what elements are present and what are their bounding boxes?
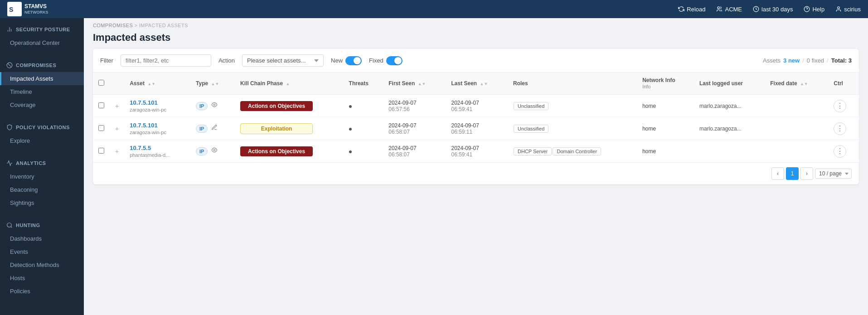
sidebar-section-title-security-posture[interactable]: SECURITY POSTURE <box>0 23 84 36</box>
next-page-button[interactable]: › <box>800 167 813 180</box>
per-page-select[interactable]: 10 / page 25 / page 50 / page <box>815 169 852 179</box>
threats-cell-0 <box>344 95 383 117</box>
first-seen-cell-1: 2024-09-0706:58:07 <box>383 117 446 140</box>
asset-link-1[interactable]: 10.7.5.101 <box>130 122 157 129</box>
select-all-checkbox[interactable] <box>98 80 104 86</box>
kill-chain-badge-1: Exploitation <box>240 123 313 134</box>
sidebar-section-compromises: COMPROMISES Impacted Assets Timeline Cov… <box>0 54 84 116</box>
logo: S STAMVS NETWORKS <box>7 2 48 16</box>
sidebar-item-sightings[interactable]: Sightings <box>0 196 84 209</box>
network-info-cell-1: home <box>637 117 694 140</box>
row-expand-1[interactable]: + <box>110 117 124 140</box>
row-select-cell <box>93 95 110 117</box>
svg-line-11 <box>8 63 11 67</box>
roles-cell-1: Unclassified <box>508 117 637 140</box>
sidebar-section-title-policy-violations[interactable]: POLICY VIOLATIONS <box>0 121 84 134</box>
threats-cell-1 <box>344 117 383 140</box>
more-button-1[interactable]: ⋮ <box>834 122 846 135</box>
fixed-date-cell-1 <box>765 117 828 140</box>
assets-label: Assets <box>763 57 781 64</box>
sidebar-item-impacted-assets[interactable]: Impacted Assets <box>0 72 84 85</box>
type-cell-0: IP <box>190 95 235 117</box>
sidebar-item-inventory[interactable]: Inventory <box>0 170 84 183</box>
prev-page-button[interactable]: ‹ <box>771 167 784 180</box>
col-asset[interactable]: Asset ▲▼ <box>124 73 190 95</box>
col-last-seen[interactable]: Last Seen ▲▼ <box>446 73 508 95</box>
network-info-cell-2: home <box>637 140 694 163</box>
table-row: + 10.7.5.5 phantasmedia-d... IP Actions … <box>93 140 859 163</box>
top-nav-actions: Reload ACME last 30 days Help scirius <box>678 6 861 13</box>
type-icon-0 <box>211 102 218 109</box>
hunting-icon <box>6 222 13 228</box>
sidebar-section-title-analytics[interactable]: ANALYTICS <box>0 156 84 170</box>
breadcrumb-parent[interactable]: COMPROMISES <box>93 23 133 28</box>
more-button-2[interactable]: ⋮ <box>834 145 846 158</box>
sidebar-item-dashboards[interactable]: Dashboards <box>0 232 84 245</box>
main-content: COMPROMISES > IMPACTED ASSETS Impacted a… <box>84 18 868 315</box>
col-roles: Roles <box>508 73 637 95</box>
svg-point-6 <box>838 7 840 9</box>
sidebar-section-title-compromises[interactable]: COMPROMISES <box>0 58 84 72</box>
table-card: Filter Action Please select assets... Ne… <box>93 49 859 184</box>
row-expand-0[interactable]: + <box>110 95 124 117</box>
asset-link-0[interactable]: 10.7.5.101 <box>130 99 157 106</box>
sidebar-section-title-hunting[interactable]: HUNTING <box>0 218 84 232</box>
reload-button[interactable]: Reload <box>678 6 705 13</box>
help-button[interactable]: Help <box>804 6 824 13</box>
action-label: Action <box>218 57 235 64</box>
asset-link-2[interactable]: 10.7.5.5 <box>130 145 151 151</box>
user-menu[interactable]: scirius <box>835 6 861 13</box>
sidebar-item-coverage[interactable]: Coverage <box>0 98 84 111</box>
svg-point-2 <box>718 7 720 9</box>
page-1-button[interactable]: 1 <box>786 167 799 180</box>
page-title: Impacted assets <box>84 30 868 49</box>
reload-icon <box>678 6 684 12</box>
time-filter[interactable]: last 30 days <box>753 6 793 13</box>
roles-cell-0: Unclassified <box>508 95 637 117</box>
kill-chain-icon <box>211 102 218 108</box>
sidebar-item-policies[interactable]: Policies <box>0 285 84 298</box>
sidebar: SECURITY POSTURE Operational Center COMP… <box>0 18 84 315</box>
last-seen-cell-2: 2024-09-0706:59:41 <box>446 140 508 163</box>
row-checkbox-2[interactable] <box>98 148 104 154</box>
sidebar-item-explore[interactable]: Explore <box>0 134 84 147</box>
col-type[interactable]: Type ▲▼ <box>190 73 235 95</box>
type-cell-2: IP <box>190 140 235 163</box>
sidebar-item-hosts[interactable]: Hosts <box>0 271 84 285</box>
sidebar-item-operational-center[interactable]: Operational Center <box>0 36 84 49</box>
sidebar-item-beaconing[interactable]: Beaconing <box>0 183 84 196</box>
threat-dot-2 <box>349 150 352 153</box>
kill-chain-cell-2: Actions on Objectives <box>235 140 344 163</box>
svg-point-15 <box>213 149 215 151</box>
bar-chart-icon <box>6 26 13 33</box>
asset-cell: 10.7.5.101 zaragoza-win-pc <box>124 95 190 117</box>
threat-dot-0 <box>349 105 352 108</box>
new-toggle[interactable] <box>345 56 362 65</box>
role-badge: Unclassified <box>514 125 548 133</box>
first-seen-cell-2: 2024-09-0706:58:07 <box>383 140 446 163</box>
sidebar-item-timeline[interactable]: Timeline <box>0 85 84 98</box>
more-button-0[interactable]: ⋮ <box>834 100 846 112</box>
pagination: ‹ 1 › 10 / page 25 / page 50 / page <box>93 162 859 184</box>
assets-summary: Assets 3 new / 0 fixed / Total: 3 <box>763 57 852 64</box>
ctrl-cell-0: ⋮ <box>828 95 859 117</box>
sidebar-item-events[interactable]: Events <box>0 245 84 258</box>
clock-icon <box>753 6 759 12</box>
roles-cell-2: DHCP ServerDomain Controller <box>508 140 637 163</box>
row-checkbox-0[interactable] <box>98 102 104 108</box>
col-kill-chain[interactable]: Kill Chain Phase ▲ <box>235 73 344 95</box>
col-fixed-date[interactable]: Fixed date ▲▼ <box>765 73 828 95</box>
col-first-seen[interactable]: First Seen ▲▼ <box>383 73 446 95</box>
filter-input[interactable] <box>121 54 211 67</box>
ctrl-cell-2: ⋮ <box>828 140 859 163</box>
fixed-date-cell-2 <box>765 140 828 163</box>
col-last-logged: Last logged user <box>694 73 765 95</box>
role-badge: Domain Controller <box>553 147 601 155</box>
fixed-toggle[interactable] <box>386 56 402 65</box>
sidebar-item-detection-methods[interactable]: Detection Methods <box>0 258 84 271</box>
row-expand-2[interactable]: + <box>110 140 124 163</box>
action-select[interactable]: Please select assets... <box>242 54 324 67</box>
kill-chain-cell-1: Exploitation <box>235 117 344 140</box>
org-selector[interactable]: ACME <box>716 6 742 13</box>
row-checkbox-1[interactable] <box>98 125 104 131</box>
